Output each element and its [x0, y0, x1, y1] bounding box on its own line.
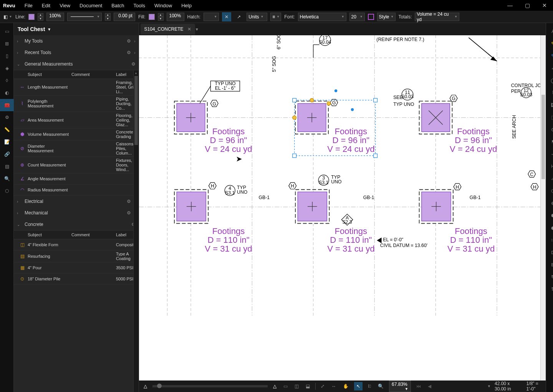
thickness-input[interactable]: 0.00 pt [114, 13, 135, 21]
tool-row[interactable]: ⊙18" Diameter Pile5000 PSI [14, 273, 139, 285]
tool-row[interactable]: ⊘Diameter MeasurementCaissons, Piles, Co… [14, 140, 139, 157]
sync-icon[interactable]: ⇅ [546, 283, 553, 295]
count-tool-icon[interactable]: ⊕ [546, 197, 553, 209]
page-slider[interactable] [152, 385, 268, 387]
section-mechanical[interactable]: ›Mechanical⚙› [14, 207, 139, 219]
drawing-canvas[interactable]: (REINF PER NOTE 7.) 17S0.04 6" SOG 5" SO… [139, 35, 546, 380]
snap-grid-icon[interactable]: ∷ [546, 234, 553, 246]
split-h-icon[interactable]: ⬓ [304, 384, 311, 389]
document-tab[interactable]: S104_CONCRETE✕ [141, 24, 195, 35]
gear-icon[interactable]: ⚙ [131, 61, 136, 67]
totals-dropdown[interactable]: Volume = 24 cu yd▼ [415, 13, 459, 21]
line-opacity-input[interactable]: 100% [46, 13, 64, 21]
spaces-icon[interactable]: ◊ [0, 74, 14, 87]
font-dropdown[interactable]: Helvetica▼ [298, 13, 346, 21]
fit-width-icon[interactable]: ↔ [330, 384, 338, 389]
search-icon[interactable]: 🔍 [0, 173, 14, 185]
crop-tool-icon[interactable]: ⬚ [546, 111, 553, 124]
tool-row[interactable]: ∠Angle Measurement [14, 173, 139, 184]
menu-view[interactable]: View [60, 3, 70, 8]
style-dropdown[interactable]: Style▼ [377, 13, 396, 21]
units-dropdown[interactable]: Units▼ [247, 13, 267, 21]
split-v-icon[interactable]: ◫ [293, 384, 300, 389]
stamp-tool-icon[interactable]: ⊙ [546, 124, 553, 136]
properties-icon[interactable]: ⚙ [0, 111, 14, 124]
tool-chest-icon[interactable]: 🧰 [0, 99, 14, 111]
tool-row[interactable]: ▦4" Pour3500 PSI [14, 262, 139, 273]
angle-snap-icon[interactable]: ↗ [234, 12, 243, 21]
single-page-icon[interactable]: ▭ [282, 384, 289, 389]
thickness-spinner[interactable]: ▲▼ [105, 13, 111, 21]
reuse-icon[interactable]: ↻ [546, 271, 553, 283]
minimize-button[interactable]: — [504, 2, 516, 8]
menu-file[interactable]: File [25, 3, 33, 8]
fill-color-swatch[interactable] [149, 14, 155, 20]
fill-opacity-spinner[interactable]: ▲▼ [158, 13, 164, 21]
tool-row[interactable]: ◫4" Flexible FormComposite [14, 239, 139, 250]
perimeter-tool-icon[interactable]: ⬡ [546, 185, 553, 197]
radius-tool-icon[interactable]: ◐ [546, 222, 553, 234]
zoom-icon[interactable]: 🔍 [376, 384, 385, 389]
tri-right-icon[interactable]: △ [272, 384, 278, 389]
zoom-input[interactable]: 67.83% ▼ [389, 380, 411, 392]
close-tab-icon[interactable]: ✕ [187, 26, 191, 32]
gear-icon[interactable]: ⚙ [127, 199, 131, 204]
gear-icon[interactable]: ⚙ [127, 210, 131, 216]
canvas-scrollbar-v[interactable] [540, 35, 546, 380]
snap-content-icon[interactable]: ⊡ [546, 246, 553, 259]
measure-mode-icon[interactable]: ✕ [222, 12, 231, 21]
text-color-swatch[interactable] [368, 14, 374, 20]
thumbnails-icon[interactable]: ⊞ [0, 38, 14, 50]
fit-page-icon[interactable]: ⤢ [319, 384, 326, 389]
flag-tool-icon[interactable]: ⚑ [546, 136, 553, 148]
section-recent-tools[interactable]: ›Recent Tools⚙› [14, 47, 139, 58]
measurements-icon[interactable]: 📏 [0, 124, 14, 136]
text-tool-icon[interactable]: A [546, 25, 553, 38]
tool-row[interactable]: ⊕Count MeasurementFixtures, Doors, Wind.… [14, 157, 139, 173]
section-my-tools[interactable]: ›My Tools⚙› [14, 35, 139, 47]
menu-batch[interactable]: Batch [111, 3, 124, 8]
hatch-dropdown[interactable]: ▼ [204, 13, 219, 21]
forms-icon[interactable]: 📝 [0, 136, 14, 148]
sets-icon[interactable]: ▤ [0, 160, 14, 173]
studio-icon[interactable]: ◐ [0, 87, 14, 99]
first-page-icon[interactable]: ⏮ [415, 384, 422, 389]
ellipse-tool-icon[interactable]: ◯ [546, 74, 553, 87]
file-access-icon[interactable]: ▭ [0, 25, 14, 38]
length-tool-icon[interactable]: ⊢ [546, 160, 553, 173]
area-tool-icon[interactable]: ▱ [546, 173, 553, 185]
gear-icon[interactable]: ⚙ [127, 50, 131, 55]
close-button[interactable]: ✕ [539, 2, 550, 8]
pan-icon[interactable]: ✋ [341, 384, 350, 389]
dim-tool-icon[interactable]: ↔ [546, 148, 553, 160]
tool-row[interactable]: ▱Area MeasurementFlooring, Ceiling, Glaz… [14, 112, 139, 128]
tool-row[interactable]: ⬢Volume MeasurementConcrete, Grading [14, 128, 139, 140]
snap-markup-icon[interactable]: ⊞ [546, 259, 553, 271]
line-color-swatch[interactable] [28, 14, 35, 20]
line-opacity-spinner[interactable]: ▲▼ [38, 13, 43, 21]
menu-tools[interactable]: Tools [134, 3, 145, 8]
line-style-dropdown[interactable]: ▼ [67, 13, 102, 21]
tool-row[interactable]: ⌇Polylength MeasurementPiping, Ducting, … [14, 96, 139, 112]
highlight-tool-icon[interactable]: ✎ [546, 38, 553, 50]
prev-page-icon[interactable]: ◀ [426, 384, 433, 389]
tri-left-icon[interactable]: △ [142, 384, 149, 389]
layers-icon[interactable]: ◈ [0, 62, 14, 74]
tool-row[interactable]: ◠Radius Measurement [14, 184, 139, 196]
maximize-button[interactable]: ▢ [522, 2, 533, 8]
more-icon[interactable]: ⬡ [0, 185, 14, 197]
menu-help[interactable]: Help [181, 3, 192, 8]
page-scale[interactable]: 1/8" = 1'-0" [526, 381, 543, 392]
bookmarks-icon[interactable]: ▯ [0, 50, 14, 62]
image-tool-icon[interactable]: 🖼 [546, 99, 553, 111]
select-icon[interactable]: ↖ [354, 382, 363, 390]
toolchest-scrollbar[interactable]: ▲ [133, 71, 139, 392]
section-electrical[interactable]: ›Electrical⚙› [14, 196, 139, 207]
menu-edit[interactable]: Edit [42, 3, 50, 8]
tool-row[interactable]: ▤ResurfacingType A Coating [14, 250, 139, 262]
fill-opacity-input[interactable]: 100% [167, 13, 184, 21]
pen-tool-icon[interactable]: ✎ [546, 50, 553, 62]
section-concrete[interactable]: ⌄Concrete⚙ [14, 219, 139, 230]
tool-row[interactable]: ↔Length MeasurementFraming, Steel, Grid … [14, 79, 139, 96]
text-select-icon[interactable]: I⃒ [366, 384, 373, 389]
